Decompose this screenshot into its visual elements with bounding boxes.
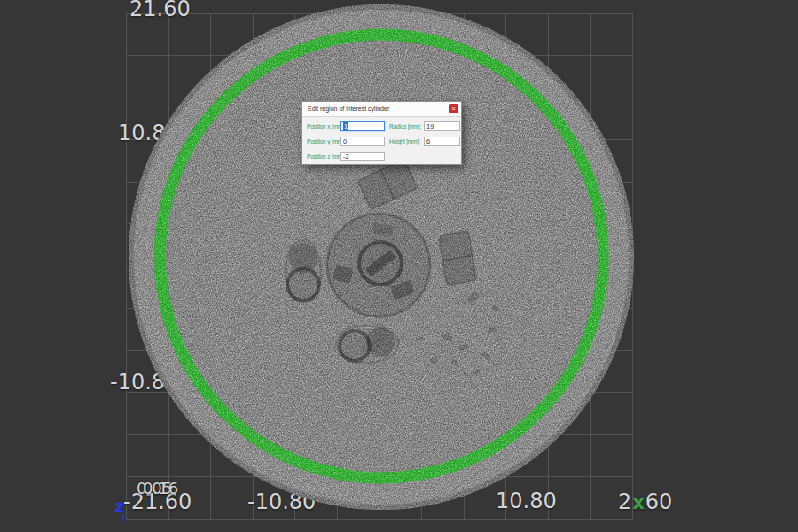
position-x-input[interactable]: 1 xyxy=(340,121,385,131)
viewport-canvas[interactable] xyxy=(0,0,798,532)
position-y-value: 0 xyxy=(343,137,347,145)
position-z-value: -2 xyxy=(343,153,349,160)
position-y-input[interactable]: 0 xyxy=(340,137,385,146)
dialog-title: Edit region of interest cylinder xyxy=(308,106,389,112)
z-axis-marker: z xyxy=(114,497,124,516)
position-x-label: Position x [mm]: xyxy=(307,121,345,131)
position-x-value: 1 xyxy=(343,122,348,130)
position-z-input[interactable]: -2 xyxy=(340,152,385,161)
height-label: Height [mm]: xyxy=(389,137,419,146)
ct-slice-view xyxy=(0,0,798,532)
radius-input[interactable]: 19 xyxy=(424,121,460,131)
position-y-label: Position y [mm]: xyxy=(307,137,345,146)
dialog-title-bar[interactable]: Edit region of interest cylinder × xyxy=(302,102,461,117)
radius-label: Radius [mm]: xyxy=(389,121,421,131)
height-input[interactable]: 6 xyxy=(424,137,460,146)
radius-value: 19 xyxy=(426,122,434,130)
height-value: 6 xyxy=(426,137,430,145)
position-z-label: Position z [mm]: xyxy=(307,152,345,161)
z-axis-line xyxy=(122,514,124,522)
roi-edit-dialog: Edit region of interest cylinder × Posit… xyxy=(301,101,462,165)
dialog-close-button[interactable]: × xyxy=(449,104,458,113)
